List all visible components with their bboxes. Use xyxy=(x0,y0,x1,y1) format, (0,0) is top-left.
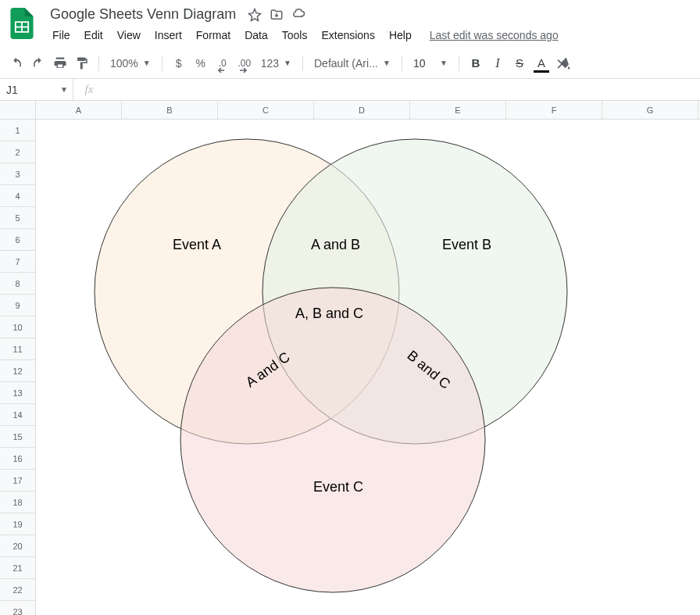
row-headers: 1234567891011121314151617181920212223 xyxy=(0,101,36,615)
undo-button[interactable] xyxy=(6,53,27,73)
row-header[interactable]: 12 xyxy=(0,360,35,382)
bold-button[interactable]: B xyxy=(466,53,486,73)
menu-view[interactable]: View xyxy=(110,26,148,45)
row-header[interactable]: 9 xyxy=(0,295,35,316)
number-format-dropdown[interactable]: 123 ▼ xyxy=(256,57,296,70)
column-header[interactable]: C xyxy=(218,101,314,119)
sheets-logo-icon[interactable] xyxy=(6,8,38,39)
row-header[interactable]: 10 xyxy=(0,316,35,338)
fill-color-button[interactable] xyxy=(553,53,573,73)
paint-format-button[interactable] xyxy=(72,53,92,73)
venn-label-abc: A, B and C xyxy=(295,306,363,322)
row-header[interactable]: 18 xyxy=(0,492,35,513)
redo-button[interactable] xyxy=(28,53,48,73)
menu-edit[interactable]: Edit xyxy=(77,26,110,45)
row-header[interactable]: 4 xyxy=(0,185,35,207)
venn-circle-c xyxy=(180,288,485,592)
row-header[interactable]: 21 xyxy=(0,557,35,579)
row-header[interactable]: 1 xyxy=(0,120,35,141)
print-button[interactable] xyxy=(50,53,70,73)
venn-label-event-b: Event B xyxy=(442,237,491,253)
font-size-dropdown[interactable]: 10 ▼ xyxy=(409,57,452,70)
column-header[interactable]: F xyxy=(506,101,602,119)
row-header[interactable]: 13 xyxy=(0,382,35,404)
last-edit-link[interactable]: Last edit was seconds ago xyxy=(430,29,559,41)
text-color-button[interactable]: A xyxy=(531,53,552,73)
menubar: File Edit View Insert Format Data Tools … xyxy=(45,26,694,45)
row-header[interactable]: 16 xyxy=(0,448,35,470)
row-header[interactable]: 15 xyxy=(0,426,35,448)
zoom-dropdown[interactable]: 100% ▼ xyxy=(105,57,155,70)
row-header[interactable]: 14 xyxy=(0,404,35,426)
row-header[interactable]: 11 xyxy=(0,338,35,360)
column-header[interactable]: D xyxy=(314,101,410,119)
venn-label-event-c: Event C xyxy=(313,479,363,495)
name-box[interactable]: J1 ▼ xyxy=(0,79,73,100)
chevron-down-icon: ▼ xyxy=(284,59,291,67)
column-headers: ABCDEFG xyxy=(36,101,700,120)
currency-button[interactable]: $ xyxy=(169,53,189,73)
decrease-decimals-button[interactable]: .0 xyxy=(212,53,233,73)
row-header[interactable]: 6 xyxy=(0,229,35,251)
move-folder-icon[interactable] xyxy=(269,7,284,23)
row-header[interactable]: 17 xyxy=(0,470,35,492)
chevron-down-icon: ▼ xyxy=(60,85,73,94)
fx-icon: fx xyxy=(73,83,105,96)
strikethrough-button[interactable]: S xyxy=(509,53,530,73)
percent-button[interactable]: % xyxy=(191,53,211,73)
document-title[interactable]: Google Sheets Venn Diagram xyxy=(45,5,241,24)
row-header[interactable]: 2 xyxy=(0,141,35,163)
row-header[interactable]: 5 xyxy=(0,207,35,229)
increase-decimals-button[interactable]: .00 xyxy=(234,53,255,73)
menu-file[interactable]: File xyxy=(45,26,77,45)
column-header[interactable]: G xyxy=(602,101,698,119)
venn-label-ab: A and B xyxy=(311,237,360,253)
row-header[interactable]: 8 xyxy=(0,273,35,295)
column-header[interactable]: E xyxy=(410,101,506,119)
chevron-down-icon: ▼ xyxy=(383,59,391,67)
menu-insert[interactable]: Insert xyxy=(148,26,189,45)
menu-help[interactable]: Help xyxy=(382,26,419,45)
row-header[interactable]: 20 xyxy=(0,535,35,557)
cloud-status-icon[interactable] xyxy=(291,7,306,23)
venn-diagram[interactable]: Event A Event B Event C A and B A and C … xyxy=(59,127,591,612)
row-header[interactable]: 23 xyxy=(0,601,35,615)
row-header[interactable]: 22 xyxy=(0,579,35,601)
font-family-dropdown[interactable]: Default (Ari... ▼ xyxy=(309,57,395,70)
menu-extensions[interactable]: Extensions xyxy=(314,26,381,45)
column-header[interactable]: A xyxy=(36,101,122,119)
row-header[interactable]: 7 xyxy=(0,251,35,273)
star-icon[interactable] xyxy=(247,7,262,23)
menu-data[interactable]: Data xyxy=(238,26,275,45)
row-header[interactable]: 3 xyxy=(0,163,35,185)
row-header[interactable]: 19 xyxy=(0,513,35,535)
zoom-value: 100% xyxy=(110,57,138,70)
select-all-corner[interactable] xyxy=(0,101,35,120)
toolbar: 100% ▼ $ % .0 .00 123 ▼ Default (Ari... … xyxy=(0,48,700,79)
italic-button[interactable]: I xyxy=(488,53,508,73)
menu-format[interactable]: Format xyxy=(189,26,238,45)
formula-bar[interactable] xyxy=(105,79,700,100)
menu-tools[interactable]: Tools xyxy=(275,26,315,45)
column-header[interactable]: B xyxy=(122,101,218,119)
chevron-down-icon: ▼ xyxy=(440,59,448,67)
chevron-down-icon: ▼ xyxy=(143,59,151,67)
venn-label-event-a: Event A xyxy=(173,237,221,253)
